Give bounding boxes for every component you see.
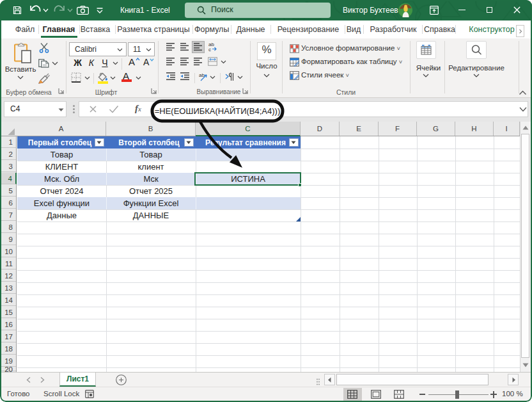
svg-text:=НЕ(ЕОШИБКА(НАЙТИ(B4;A4))): =НЕ(ЕОШИБКА(НАЙТИ(B4;A4))) bbox=[155, 106, 281, 116]
